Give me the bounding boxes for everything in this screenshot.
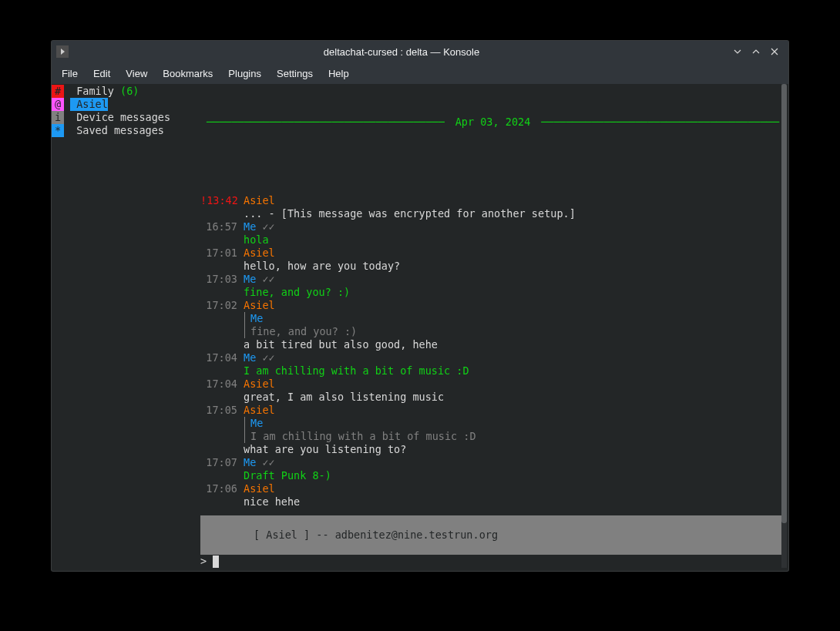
chat-list-item[interactable]: i Device messages [52,111,194,124]
scrollbar-thumb[interactable] [781,84,787,523]
message-body: nice hehe [244,495,300,508]
message-body-row: great, I am also listening music [200,391,785,404]
message-sender: Me [244,456,256,469]
chat-view: ────────────────────────────────────── A… [200,84,785,568]
message-header: 17:04Asiel [200,378,785,391]
quote-line: Me [200,417,785,430]
titlebar[interactable]: deltachat-cursed : delta — Konsole [52,41,788,62]
chat-type-badge: # [52,85,64,98]
message-time: 17:02 [200,299,237,312]
message-time: 17:04 [200,378,237,391]
message-body: Draft Punk 8-) [244,469,331,482]
minimize-button[interactable] [728,47,747,56]
message-body-row: what are you listening to? [200,443,785,456]
message-time: 17:03 [200,273,237,286]
terminal-area[interactable]: # Family (6)@ Asieli Device messages* Sa… [52,84,785,568]
message-sender: Asiel [244,378,275,391]
status-text: [ Asiel ] -- adbenitez@nine.testrun.org [254,529,498,541]
read-receipt-icon: ✓✓ [256,273,274,286]
chat-name: Asiel [70,98,108,111]
message-header: 17:03Me ✓✓ [200,273,785,286]
message-body: hola [244,233,269,247]
message-sender: Asiel [244,194,275,207]
message-header: !13:42Asiel [200,194,785,207]
message-time: 17:06 [200,482,237,495]
menu-bookmarks[interactable]: Bookmarks [156,64,220,83]
chat-list-item[interactable]: * Saved messages [52,124,194,137]
message-body-row: hola [200,233,785,247]
message-sender: Asiel [244,482,275,495]
message-sender: Me [244,273,256,286]
message-time: 17:05 [200,404,237,417]
quote-line: Me [200,312,785,325]
message-header: 16:57Me ✓✓ [200,220,785,233]
separator-line: ────────────────────────────────────── [202,116,449,129]
input-line[interactable]: > [200,555,785,568]
quoted-text: fine, and you? :) [244,325,357,338]
message-body-row: I am chilling with a bit of music :D [200,364,785,378]
message-body: a bit tired but also good, hehe [244,338,438,351]
message-time: 17:04 [200,351,237,364]
window-title: deltachat-cursed : delta — Konsole [75,45,728,59]
terminal-icon [56,45,69,58]
chat-list-item[interactable]: # Family (6) [52,85,194,98]
message-body-row: Draft Punk 8-) [200,469,785,482]
menu-view[interactable]: View [119,64,154,83]
menu-file[interactable]: File [55,64,85,83]
menu-help[interactable]: Help [321,64,356,83]
konsole-window: deltachat-cursed : delta — Konsole File … [52,41,788,571]
message-time: 17:01 [200,247,237,260]
unread-count: (6) [120,85,139,98]
menubar: File Edit View Bookmarks Plugins Setting… [52,62,788,84]
message-time: !13:42 [200,194,237,207]
chat-list-item[interactable]: @ Asiel [52,98,194,111]
chat-name: Device messages [70,111,170,124]
message-time: 17:07 [200,456,237,469]
message-header: 17:01Asiel [200,247,785,260]
maximize-button[interactable] [747,47,765,56]
separator-line: ────────────────────────────────────── [536,116,784,129]
message-body-row: nice hehe [200,495,785,508]
message-body-row: ... - [This message was encrypted for an… [200,207,785,220]
quoted-sender: Me [250,312,263,324]
message-header: 17:06Asiel [200,482,785,495]
message-body-row: fine, and you? :) [200,286,785,299]
message-body-row: hello, how are you today? [200,260,785,273]
menu-settings[interactable]: Settings [270,64,320,83]
menu-edit[interactable]: Edit [86,64,117,83]
message-body-row: a bit tired but also good, hehe [200,338,785,351]
chat-status-bar: [ Asiel ] -- adbenitez@nine.testrun.org [200,515,785,555]
message-body: what are you listening to? [244,443,406,456]
prompt: > [200,555,213,568]
message-log[interactable]: ────────────────────────────────────── A… [200,84,785,515]
read-receipt-icon: ✓✓ [256,456,274,469]
message-header: 17:04Me ✓✓ [200,351,785,364]
chat-type-badge: i [52,111,64,124]
message-sender: Asiel [244,247,275,260]
scrollbar-track[interactable] [781,84,787,568]
menu-plugins[interactable]: Plugins [221,64,268,83]
quote-line: fine, and you? :) [200,325,785,338]
chat-name: Saved messages [70,124,164,137]
message-sender: Me [244,351,256,364]
message-header: 17:07Me ✓✓ [200,456,785,469]
quoted-sender: Me [250,417,263,429]
message-header: 17:05Asiel [200,404,785,417]
message-time: 16:57 [200,220,237,233]
date-separator: ────────────────────────────────────── A… [200,116,785,129]
message-body: ... - [This message was encrypted for an… [244,207,576,220]
message-body: hello, how are you today? [244,260,400,273]
chat-list: # Family (6)@ Asieli Device messages* Sa… [52,84,194,568]
close-button[interactable] [765,47,784,56]
quote-line: I am chilling with a bit of music :D [200,430,785,443]
message-sender: Asiel [244,299,275,312]
read-receipt-icon: ✓✓ [256,220,274,233]
chat-type-badge: * [52,124,64,137]
cursor [213,555,219,568]
message-header: 17:02Asiel [200,299,785,312]
message-sender: Asiel [244,404,275,417]
chat-type-badge: @ [52,98,64,111]
date-label: Apr 03, 2024 [455,116,531,129]
read-receipt-icon: ✓✓ [256,351,274,364]
message-body: I am chilling with a bit of music :D [244,364,469,378]
